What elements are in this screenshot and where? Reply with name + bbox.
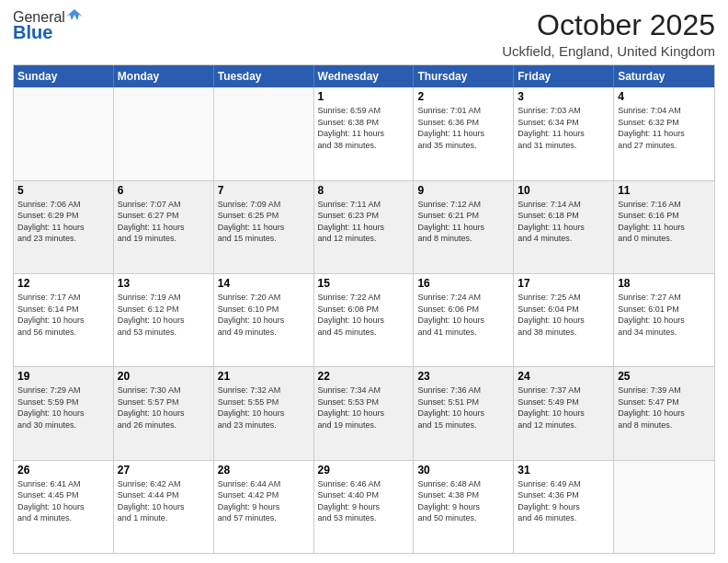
day-number: 30 <box>417 464 509 477</box>
day-info: Sunrise: 7:04 AM Sunset: 6:32 PM Dayligh… <box>618 105 711 151</box>
day-number: 9 <box>417 184 509 197</box>
calendar-body: 1Sunrise: 6:59 AM Sunset: 6:38 PM Daylig… <box>14 87 714 553</box>
calendar-cell: 18Sunrise: 7:27 AM Sunset: 6:01 PM Dayli… <box>614 274 714 366</box>
calendar-cell: 27Sunrise: 6:42 AM Sunset: 4:44 PM Dayli… <box>114 461 214 553</box>
day-info: Sunrise: 6:41 AM Sunset: 4:45 PM Dayligh… <box>17 478 109 524</box>
day-number: 7 <box>218 184 310 197</box>
day-info: Sunrise: 7:34 AM Sunset: 5:53 PM Dayligh… <box>318 385 410 431</box>
page: General Blue October 2025 Uckfield, Engl… <box>0 0 728 563</box>
day-number: 29 <box>318 464 410 477</box>
day-info: Sunrise: 7:07 AM Sunset: 6:27 PM Dayligh… <box>118 199 210 245</box>
day-number: 11 <box>618 184 711 197</box>
day-number: 31 <box>518 464 609 477</box>
calendar-cell <box>114 87 214 179</box>
day-info: Sunrise: 7:22 AM Sunset: 6:08 PM Dayligh… <box>318 292 410 338</box>
day-info: Sunrise: 7:06 AM Sunset: 6:29 PM Dayligh… <box>17 199 109 245</box>
location: Uckfield, England, United Kingdom <box>502 43 715 59</box>
calendar-cell: 4Sunrise: 7:04 AM Sunset: 6:32 PM Daylig… <box>614 87 714 179</box>
day-number: 18 <box>618 277 711 290</box>
calendar-cell: 20Sunrise: 7:30 AM Sunset: 5:57 PM Dayli… <box>114 367 214 459</box>
day-number: 22 <box>318 370 410 383</box>
day-number: 17 <box>518 277 609 290</box>
day-number: 19 <box>17 370 109 383</box>
calendar-cell: 28Sunrise: 6:44 AM Sunset: 4:42 PM Dayli… <box>214 461 314 553</box>
day-info: Sunrise: 6:59 AM Sunset: 6:38 PM Dayligh… <box>318 105 410 151</box>
day-number: 25 <box>618 370 711 383</box>
day-number: 8 <box>318 184 410 197</box>
calendar-row: 1Sunrise: 6:59 AM Sunset: 6:38 PM Daylig… <box>14 87 714 179</box>
calendar-cell <box>14 87 114 179</box>
day-number: 2 <box>417 90 509 103</box>
day-number: 12 <box>17 277 109 290</box>
calendar-cell: 3Sunrise: 7:03 AM Sunset: 6:34 PM Daylig… <box>514 87 614 179</box>
weekday-header: Thursday <box>414 65 514 87</box>
day-info: Sunrise: 7:19 AM Sunset: 6:12 PM Dayligh… <box>118 292 210 338</box>
day-info: Sunrise: 7:11 AM Sunset: 6:23 PM Dayligh… <box>318 199 410 245</box>
calendar-cell: 6Sunrise: 7:07 AM Sunset: 6:27 PM Daylig… <box>114 181 214 273</box>
calendar-cell: 30Sunrise: 6:48 AM Sunset: 4:38 PM Dayli… <box>414 461 514 553</box>
weekday-header: Friday <box>514 65 614 87</box>
day-info: Sunrise: 7:25 AM Sunset: 6:04 PM Dayligh… <box>518 292 609 338</box>
day-number: 21 <box>218 370 310 383</box>
calendar-cell: 21Sunrise: 7:32 AM Sunset: 5:55 PM Dayli… <box>214 367 314 459</box>
day-number: 28 <box>218 464 310 477</box>
title-section: October 2025 Uckfield, England, United K… <box>502 9 715 59</box>
day-info: Sunrise: 7:03 AM Sunset: 6:34 PM Dayligh… <box>518 105 609 151</box>
day-info: Sunrise: 7:12 AM Sunset: 6:21 PM Dayligh… <box>417 199 509 245</box>
day-info: Sunrise: 7:16 AM Sunset: 6:16 PM Dayligh… <box>618 199 711 245</box>
day-info: Sunrise: 7:27 AM Sunset: 6:01 PM Dayligh… <box>618 292 711 338</box>
calendar-cell: 25Sunrise: 7:39 AM Sunset: 5:47 PM Dayli… <box>614 367 714 459</box>
calendar-cell: 17Sunrise: 7:25 AM Sunset: 6:04 PM Dayli… <box>514 274 614 366</box>
calendar-row: 5Sunrise: 7:06 AM Sunset: 6:29 PM Daylig… <box>14 180 714 273</box>
calendar-cell: 7Sunrise: 7:09 AM Sunset: 6:25 PM Daylig… <box>214 181 314 273</box>
day-info: Sunrise: 6:49 AM Sunset: 4:36 PM Dayligh… <box>518 478 609 524</box>
day-number: 3 <box>518 90 609 103</box>
day-number: 20 <box>118 370 210 383</box>
day-number: 4 <box>618 90 711 103</box>
day-info: Sunrise: 6:46 AM Sunset: 4:40 PM Dayligh… <box>318 478 410 524</box>
calendar-row: 26Sunrise: 6:41 AM Sunset: 4:45 PM Dayli… <box>14 460 714 553</box>
day-info: Sunrise: 7:24 AM Sunset: 6:06 PM Dayligh… <box>417 292 509 338</box>
day-number: 27 <box>118 464 210 477</box>
calendar-cell: 11Sunrise: 7:16 AM Sunset: 6:16 PM Dayli… <box>614 181 714 273</box>
day-number: 16 <box>417 277 509 290</box>
weekday-header: Saturday <box>614 65 714 87</box>
day-number: 14 <box>218 277 310 290</box>
logo-bird-icon <box>66 7 83 24</box>
logo-blue-text: Blue <box>13 22 52 43</box>
calendar: SundayMondayTuesdayWednesdayThursdayFrid… <box>13 64 715 554</box>
calendar-cell: 26Sunrise: 6:41 AM Sunset: 4:45 PM Dayli… <box>14 461 114 553</box>
day-number: 10 <box>518 184 609 197</box>
svg-marker-0 <box>66 9 83 20</box>
calendar-cell: 8Sunrise: 7:11 AM Sunset: 6:23 PM Daylig… <box>314 181 415 273</box>
day-info: Sunrise: 6:42 AM Sunset: 4:44 PM Dayligh… <box>118 478 210 524</box>
day-number: 23 <box>417 370 509 383</box>
calendar-cell: 29Sunrise: 6:46 AM Sunset: 4:40 PM Dayli… <box>314 461 415 553</box>
weekday-header: Monday <box>114 65 214 87</box>
month-title: October 2025 <box>502 9 715 41</box>
day-info: Sunrise: 7:39 AM Sunset: 5:47 PM Dayligh… <box>618 385 711 431</box>
calendar-cell: 16Sunrise: 7:24 AM Sunset: 6:06 PM Dayli… <box>414 274 514 366</box>
calendar-cell: 31Sunrise: 6:49 AM Sunset: 4:36 PM Dayli… <box>514 461 614 553</box>
day-info: Sunrise: 7:29 AM Sunset: 5:59 PM Dayligh… <box>17 385 109 431</box>
day-info: Sunrise: 6:44 AM Sunset: 4:42 PM Dayligh… <box>218 478 310 524</box>
calendar-cell: 2Sunrise: 7:01 AM Sunset: 6:36 PM Daylig… <box>414 87 514 179</box>
day-info: Sunrise: 7:01 AM Sunset: 6:36 PM Dayligh… <box>417 105 509 151</box>
calendar-cell: 23Sunrise: 7:36 AM Sunset: 5:51 PM Dayli… <box>414 367 514 459</box>
calendar-cell: 10Sunrise: 7:14 AM Sunset: 6:18 PM Dayli… <box>514 181 614 273</box>
weekday-header: Sunday <box>14 65 114 87</box>
day-info: Sunrise: 7:17 AM Sunset: 6:14 PM Dayligh… <box>17 292 109 338</box>
calendar-row: 12Sunrise: 7:17 AM Sunset: 6:14 PM Dayli… <box>14 273 714 366</box>
calendar-cell: 5Sunrise: 7:06 AM Sunset: 6:29 PM Daylig… <box>14 181 114 273</box>
day-info: Sunrise: 7:30 AM Sunset: 5:57 PM Dayligh… <box>118 385 210 431</box>
calendar-cell <box>614 461 714 553</box>
calendar-row: 19Sunrise: 7:29 AM Sunset: 5:59 PM Dayli… <box>14 366 714 459</box>
day-number: 6 <box>118 184 210 197</box>
calendar-cell: 14Sunrise: 7:20 AM Sunset: 6:10 PM Dayli… <box>214 274 314 366</box>
day-number: 1 <box>318 90 410 103</box>
day-info: Sunrise: 7:32 AM Sunset: 5:55 PM Dayligh… <box>218 385 310 431</box>
weekday-header: Tuesday <box>214 65 314 87</box>
calendar-cell: 1Sunrise: 6:59 AM Sunset: 6:38 PM Daylig… <box>314 87 415 179</box>
day-info: Sunrise: 7:36 AM Sunset: 5:51 PM Dayligh… <box>417 385 509 431</box>
day-number: 5 <box>17 184 109 197</box>
